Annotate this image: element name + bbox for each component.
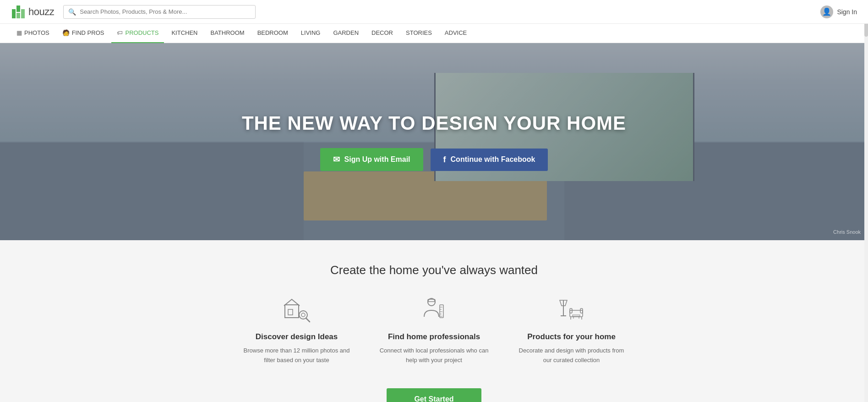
hero-section: THE NEW WAY TO DESIGN YOUR HOME ✉ Sign U…: [0, 43, 868, 240]
email-icon: ✉: [333, 154, 340, 165]
main-nav: ▦ PHOTOS 🧑 FIND PROS 🏷 PRODUCTS KITCHEN …: [0, 24, 868, 43]
svg-point-8: [301, 313, 305, 317]
svg-rect-11: [440, 305, 443, 318]
svg-rect-22: [580, 308, 583, 313]
features-grid: Discover design Ideas Browse more than 1…: [9, 296, 859, 365]
find-pros-nav-icon: 🧑: [62, 29, 70, 36]
hero-content: THE NEW WAY TO DESIGN YOUR HOME ✉ Sign U…: [242, 112, 626, 171]
svg-rect-10: [428, 299, 435, 302]
nav-item-bedroom[interactable]: BEDROOM: [252, 24, 294, 43]
feature-professionals-name: Find home professionals: [388, 332, 480, 341]
svg-rect-20: [570, 310, 583, 317]
get-started-button[interactable]: Get Started: [387, 388, 481, 402]
header-right: 👤 Sign In: [820, 6, 857, 18]
nav-item-stories[interactable]: STORIES: [400, 24, 437, 43]
feature-professionals: Find home professionals Connect with loc…: [379, 296, 489, 365]
search-icon: 🔍: [68, 8, 76, 16]
nav-item-photos[interactable]: ▦ PHOTOS: [11, 24, 55, 43]
feature-discover: Discover design Ideas Browse more than 1…: [242, 296, 352, 365]
nav-item-bathroom[interactable]: BATHROOM: [205, 24, 250, 43]
products-nav-icon: 🏷: [117, 29, 123, 36]
nav-item-decor[interactable]: DECOR: [366, 24, 399, 43]
feature-professionals-desc: Connect with local professionals who can…: [379, 346, 489, 365]
svg-rect-5: [288, 309, 293, 315]
logo[interactable]: houzz: [11, 5, 54, 19]
svg-rect-21: [570, 308, 572, 313]
nav-item-garden[interactable]: GARDEN: [328, 24, 364, 43]
svg-rect-1: [12, 9, 16, 18]
nav-item-kitchen[interactable]: KITCHEN: [166, 24, 203, 43]
feature-products: Products for your home Decorate and desi…: [517, 296, 627, 365]
signup-email-button[interactable]: ✉ Sign Up with Email: [320, 148, 423, 171]
feature-products-name: Products for your home: [527, 332, 616, 341]
photos-nav-icon: ▦: [16, 29, 22, 36]
hero-buttons: ✉ Sign Up with Email f Continue with Fac…: [320, 148, 548, 171]
user-avatar-icon: 👤: [820, 6, 833, 18]
nav-item-advice[interactable]: ADVICE: [439, 24, 472, 43]
discover-icon: [282, 296, 311, 325]
header: houzz 🔍 👤 Sign In: [0, 0, 868, 24]
svg-rect-4: [285, 305, 299, 318]
features-section: Create the home you've always wanted Dis…: [0, 240, 868, 402]
continue-facebook-button[interactable]: f Continue with Facebook: [431, 149, 548, 171]
products-icon: [557, 296, 586, 325]
scrollbar-track[interactable]: [864, 0, 868, 402]
svg-rect-2: [16, 13, 20, 18]
logo-text: houzz: [28, 6, 54, 18]
search-bar[interactable]: 🔍: [63, 5, 256, 19]
hero-title: THE NEW WAY TO DESIGN YOUR HOME: [242, 112, 626, 134]
hero-credit: Chris Snook: [833, 229, 861, 235]
feature-discover-desc: Browse more than 12 million photos and f…: [242, 346, 352, 365]
features-title: Create the home you've always wanted: [9, 263, 859, 277]
professionals-icon: [420, 296, 449, 325]
svg-rect-3: [21, 9, 25, 18]
facebook-icon: f: [443, 155, 446, 165]
nav-item-find-pros[interactable]: 🧑 FIND PROS: [57, 24, 110, 43]
nav-item-living[interactable]: LIVING: [295, 24, 326, 43]
nav-item-products[interactable]: 🏷 PRODUCTS: [111, 24, 164, 43]
search-input[interactable]: [80, 8, 251, 15]
svg-line-7: [306, 318, 310, 322]
feature-discover-name: Discover design Ideas: [256, 332, 338, 341]
feature-products-desc: Decorate and design with products from o…: [517, 346, 627, 365]
svg-rect-25: [573, 315, 580, 316]
sign-in-button[interactable]: Sign In: [837, 8, 857, 16]
svg-rect-0: [16, 6, 20, 12]
